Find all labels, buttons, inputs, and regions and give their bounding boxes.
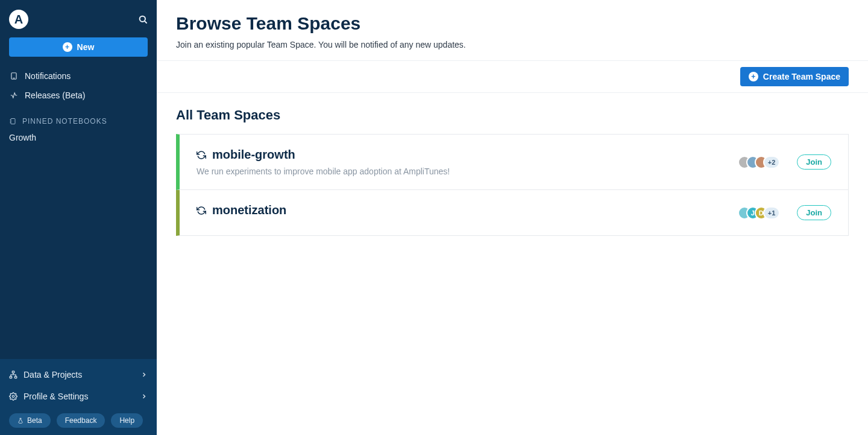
sidebar-item-label: Notifications [25, 71, 71, 81]
page-title: Browse Team Spaces [176, 13, 849, 34]
help-pill-label: Help [119, 416, 134, 425]
main: Browse Team Spaces Join an existing popu… [157, 0, 868, 435]
sidebar-pill-row: Beta Feedback Help [0, 407, 157, 435]
sidebar-item-profile-settings[interactable]: Profile & Settings [0, 386, 157, 407]
space-name: mobile-growth [212, 148, 295, 162]
sidebar-item-data-projects[interactable]: Data & Projects [0, 364, 157, 386]
sidebar-item-label: Data & Projects [24, 370, 82, 379]
svg-rect-9 [10, 376, 12, 378]
avatar-more-badge: +2 [763, 156, 781, 169]
space-card-left: monetization [197, 203, 286, 222]
chevron-right-icon [140, 393, 148, 400]
chevron-right-icon [140, 371, 148, 378]
svg-rect-4 [11, 119, 15, 124]
flask-icon [17, 418, 24, 424]
gear-icon [9, 392, 17, 401]
pinned-item-label: Growth [9, 133, 36, 142]
sidebar-item-label: Releases (Beta) [25, 90, 85, 100]
sidebar-item-label: Profile & Settings [24, 392, 88, 401]
avatar-more-badge: +1 [763, 206, 781, 220]
beta-pill-button[interactable]: Beta [9, 413, 51, 428]
sitemap-icon [9, 370, 17, 379]
search-icon[interactable] [138, 14, 148, 24]
space-card-right: +2 Join [738, 154, 831, 170]
space-card-right: J D +1 Join [738, 205, 831, 220]
space-card[interactable]: mobile-growth We run experiments to impr… [176, 134, 849, 190]
page-header: Browse Team Spaces Join an existing popu… [157, 0, 868, 61]
brand-logo[interactable]: A [9, 10, 28, 29]
space-name: monetization [212, 203, 286, 217]
team-space-icon [197, 150, 206, 160]
plus-circle-icon: + [749, 72, 758, 81]
sidebar-item-releases[interactable]: Releases (Beta) [0, 86, 157, 105]
join-button[interactable]: Join [797, 154, 831, 170]
team-space-icon [197, 206, 206, 215]
avatar-stack: J D +1 [738, 206, 781, 220]
brand-logo-letter: A [14, 13, 23, 27]
feedback-pill-button[interactable]: Feedback [57, 413, 105, 428]
new-button-label: New [77, 42, 95, 52]
avatar-stack: +2 [738, 156, 781, 169]
action-bar: + Create Team Space [157, 61, 868, 93]
svg-rect-10 [14, 376, 17, 378]
join-button[interactable]: Join [797, 205, 831, 220]
sidebar-spacer [0, 146, 157, 359]
sidebar-bottom: Data & Projects Profile & Settings [0, 359, 157, 435]
svg-rect-8 [12, 371, 14, 373]
sidebar: A + New Notifications Releases (Beta) [0, 0, 157, 435]
section-title: All Team Spaces [176, 107, 849, 123]
releases-icon [9, 91, 19, 100]
notebook-icon [9, 118, 16, 125]
sidebar-top: A [0, 0, 157, 31]
plus-circle-icon: + [63, 42, 72, 52]
new-button[interactable]: + New [9, 37, 148, 57]
sidebar-nav: Notifications Releases (Beta) [0, 63, 157, 109]
content: All Team Spaces mobile-growth We run exp… [157, 93, 868, 247]
svg-point-11 [12, 395, 14, 398]
brand-row: A [9, 7, 148, 31]
create-team-space-button[interactable]: + Create Team Space [740, 67, 849, 86]
sidebar-section-label: PINNED NOTEBOOKS [22, 117, 107, 125]
help-pill-button[interactable]: Help [111, 413, 143, 428]
pinned-item-growth[interactable]: Growth [0, 129, 157, 146]
space-name-row: monetization [197, 203, 286, 217]
beta-pill-label: Beta [27, 416, 42, 425]
space-card-left: mobile-growth We run experiments to impr… [197, 148, 450, 176]
create-team-space-label: Create Team Space [763, 72, 840, 81]
space-name-row: mobile-growth [197, 148, 450, 162]
page-subtitle: Join an existing popular Team Space. You… [176, 40, 849, 49]
notification-icon [9, 72, 19, 80]
sidebar-section-pinned: PINNED NOTEBOOKS [0, 109, 157, 129]
feedback-pill-label: Feedback [65, 416, 97, 425]
sidebar-item-notifications[interactable]: Notifications [0, 66, 157, 86]
space-card[interactable]: monetization J D +1 Join [176, 190, 849, 236]
space-description: We run experiments to improve mobile app… [197, 167, 450, 176]
svg-line-1 [145, 21, 146, 23]
